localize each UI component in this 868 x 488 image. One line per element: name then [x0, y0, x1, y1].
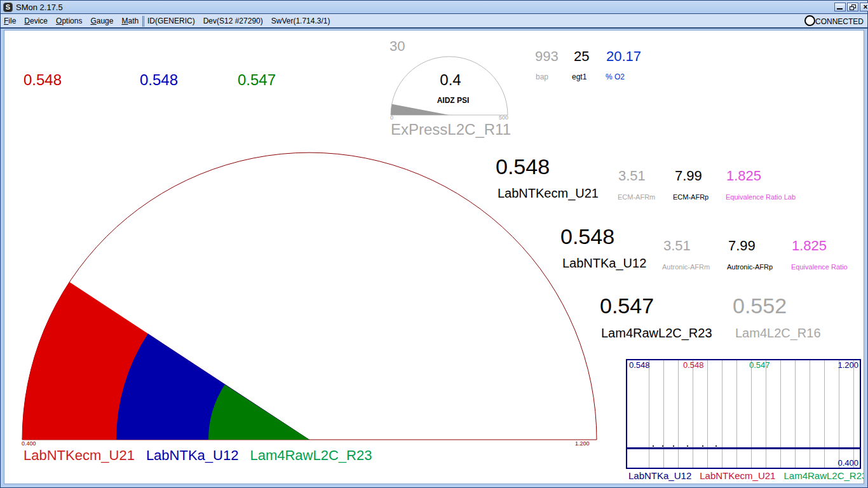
strip-value-blue: 0.548: [629, 361, 650, 369]
lambda-gauge-min: 0.400: [22, 441, 36, 447]
row2-stat0-label: Autronic-AFRm: [662, 264, 710, 271]
app-icon: S: [3, 3, 13, 12]
minimize-button[interactable]: [834, 3, 846, 11]
lambda-gauge-max: 1.200: [575, 441, 590, 447]
legend-labntkecm: LabNTKecm_U21: [24, 447, 135, 464]
strip-ymax: 1.200: [837, 361, 858, 369]
row1-stat1-value: 7.99: [675, 169, 702, 183]
row3-alt-name: Lam4L2C_R16: [735, 327, 821, 339]
row2-stat2-label: Equivalence Ratio: [791, 264, 848, 271]
row1-stat0-value: 3.51: [618, 169, 646, 183]
strip-value-red: 0.548: [683, 361, 704, 369]
strip-legend-labntkecm: LabNTKecm_U21: [700, 470, 775, 481]
app-window: S SMon 2.17.5 × File Device Options Gaug…: [0, 0, 868, 488]
row2-stat0-value: 3.51: [663, 239, 691, 253]
lambda-wedge-Lam4RawL2C_R23: [208, 384, 309, 440]
status-dev: Dev(S12 #27290): [203, 17, 263, 25]
menu-separator: [142, 16, 144, 27]
lambda-readout-red: 0.548: [24, 72, 62, 88]
row1-stat2-label: Equivalence Ratio Lab: [726, 194, 796, 201]
egt1-label: egt1: [572, 73, 587, 81]
menu-items: File Device Options Gauge Math: [4, 17, 147, 25]
menu-math[interactable]: Math: [121, 17, 139, 25]
bap-label: bap: [536, 73, 548, 81]
row3-alt-value: 0.552: [733, 295, 787, 316]
minimize-icon: [837, 8, 843, 10]
small-gauge-peak: 30: [390, 39, 405, 53]
menu-device[interactable]: Device: [24, 17, 48, 25]
strip-value-green: 0.547: [749, 361, 770, 369]
row2-stat1-label: Autronic-AFRp: [727, 264, 773, 271]
restore-button[interactable]: [847, 3, 858, 11]
strip-chart-legend: LabNTKa_U12 LabNTKecm_U21 Lam4RawL2C_R23: [628, 470, 864, 481]
o2-label: % O2: [606, 73, 625, 81]
row2-stat2-value: 1.825: [792, 239, 827, 253]
status-swver: SwVer(1.714.3/1): [271, 17, 330, 25]
menu-options[interactable]: Options: [56, 17, 82, 25]
strip-chart: 0.548 0.548 0.547 1.200 0.400: [626, 359, 861, 469]
connection-status: CONNECTED: [815, 17, 864, 26]
legend-labntka: LabNTKa_U12: [146, 447, 239, 464]
small-gauge-name: ExPressL2C_R11: [391, 122, 511, 137]
close-icon: ×: [860, 3, 868, 11]
menu-gauge[interactable]: Gauge: [90, 17, 113, 25]
window-controls: ×: [834, 3, 868, 11]
title-bar: S SMon 2.17.5 ×: [1, 1, 867, 14]
row1-stat0-label: ECM-AFRm: [618, 194, 655, 201]
small-gauge-value: 0.4: [390, 72, 511, 88]
row1-stat2-value: 1.825: [726, 169, 761, 183]
status-id: ID(GENERIC): [147, 17, 195, 25]
window-title: SMon 2.17.5: [16, 3, 63, 12]
small-gauge-max: 500: [390, 115, 508, 121]
row1-stat1-label: ECM-AFRp: [673, 194, 709, 201]
connection-indicator-icon: [804, 15, 815, 26]
lambda-readout-green: 0.547: [238, 72, 276, 88]
lambda-gauge: [20, 150, 600, 444]
egt1-value: 25: [574, 50, 589, 64]
o2-value: 20.17: [606, 50, 641, 64]
device-status: ID(GENERIC) Dev(S12 #27290) SwVer(1.714.…: [147, 17, 338, 25]
legend-lam4raw: Lam4RawL2C_R23: [250, 447, 372, 464]
client-area: 0.548 0.548 0.547 30 0.4 AIDZ PSI 0 500 …: [4, 30, 864, 484]
row2-stat1-value: 7.99: [728, 239, 756, 253]
menu-file[interactable]: File: [4, 17, 16, 25]
strip-trace-blue: [627, 447, 860, 449]
strip-legend-labntka: LabNTKa_U12: [628, 470, 691, 481]
row3-name: Lam4RawL2C_R23: [601, 327, 712, 339]
small-gauge-wedge: [391, 104, 449, 115]
strip-legend-lam4raw: Lam4RawL2C_R23: [783, 470, 864, 481]
lambda-readout-blue: 0.548: [140, 72, 178, 88]
row3-value: 0.547: [600, 295, 654, 316]
menu-bar: File Device Options Gauge Math ID(GENERI…: [1, 14, 867, 29]
close-button[interactable]: ×: [860, 3, 868, 11]
small-gauge-units: AIDZ PSI: [393, 97, 513, 104]
strip-ymin: 0.400: [837, 459, 858, 467]
bap-value: 993: [535, 50, 559, 64]
lambda-gauge-legend: LabNTKecm_U21 LabNTKa_U12 Lam4RawL2C_R23: [24, 447, 372, 464]
